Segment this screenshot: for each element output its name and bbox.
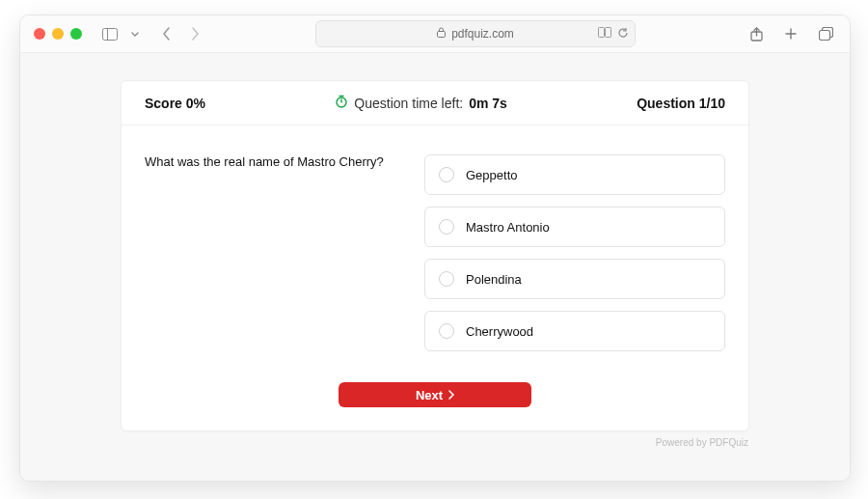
quiz-header: Score 0% Question time left: 0m 7s Quest… xyxy=(122,81,748,125)
radio-icon xyxy=(439,219,454,235)
svg-rect-0 xyxy=(103,28,118,40)
minimize-window-button[interactable] xyxy=(52,28,64,40)
reload-button[interactable] xyxy=(617,27,629,42)
answer-option[interactable]: Geppetto xyxy=(424,154,725,195)
new-tab-button[interactable] xyxy=(780,23,801,44)
chevron-down-icon[interactable] xyxy=(128,23,142,44)
sidebar-toggle-button[interactable] xyxy=(99,23,121,44)
answer-option-label: Geppetto xyxy=(466,168,518,182)
stopwatch-icon xyxy=(335,95,348,111)
radio-icon xyxy=(439,323,454,339)
next-button[interactable]: Next xyxy=(339,382,531,407)
question-text: What was the real name of Mastro Cherry? xyxy=(145,154,395,351)
chevron-right-icon xyxy=(448,390,454,400)
powered-by-footer: Powered by PDFQuiz xyxy=(122,437,748,448)
answer-option-label: Polendina xyxy=(466,272,522,287)
page-content: Score 0% Question time left: 0m 7s Quest… xyxy=(20,53,850,481)
tabs-overview-button[interactable] xyxy=(815,23,836,44)
browser-window: pdfquiz.com xyxy=(19,14,851,482)
svg-rect-4 xyxy=(606,27,611,37)
score-value: 0% xyxy=(186,96,205,111)
answer-option-label: Cherrywood xyxy=(466,324,533,339)
svg-rect-2 xyxy=(438,32,446,38)
reader-icon[interactable] xyxy=(598,27,611,42)
svg-rect-3 xyxy=(599,27,605,37)
question-counter-value: 1/10 xyxy=(699,96,725,111)
answer-option[interactable]: Cherrywood xyxy=(424,311,725,351)
quiz-card: Score 0% Question time left: 0m 7s Quest… xyxy=(121,80,749,431)
share-button[interactable] xyxy=(746,23,767,44)
question-counter: Question 1/10 xyxy=(637,96,725,111)
radio-icon xyxy=(439,271,454,287)
question-counter-label: Question xyxy=(637,96,695,111)
answer-option[interactable]: Polendina xyxy=(424,259,725,299)
titlebar: pdfquiz.com xyxy=(20,15,850,53)
score-label: Score xyxy=(145,96,182,111)
maximize-window-button[interactable] xyxy=(70,28,82,40)
close-window-button[interactable] xyxy=(34,28,45,40)
answer-option-label: Mastro Antonio xyxy=(466,220,550,235)
svg-rect-7 xyxy=(819,31,829,41)
answer-option[interactable]: Mastro Antonio xyxy=(424,207,725,247)
forward-button[interactable] xyxy=(184,23,205,44)
lock-icon xyxy=(437,27,446,41)
score-display: Score 0% xyxy=(145,96,205,111)
address-bar-text: pdfquiz.com xyxy=(451,27,514,41)
window-controls xyxy=(34,28,82,40)
timer-value: 0m 7s xyxy=(469,96,507,111)
timer-display: Question time left: 0m 7s xyxy=(335,95,507,111)
answer-options: Geppetto Mastro Antonio Polendina C xyxy=(424,154,725,351)
address-bar[interactable]: pdfquiz.com xyxy=(315,20,636,47)
timer-label: Question time left: xyxy=(354,96,463,111)
next-button-label: Next xyxy=(416,388,443,402)
back-button[interactable] xyxy=(155,23,176,44)
radio-icon xyxy=(439,167,454,182)
